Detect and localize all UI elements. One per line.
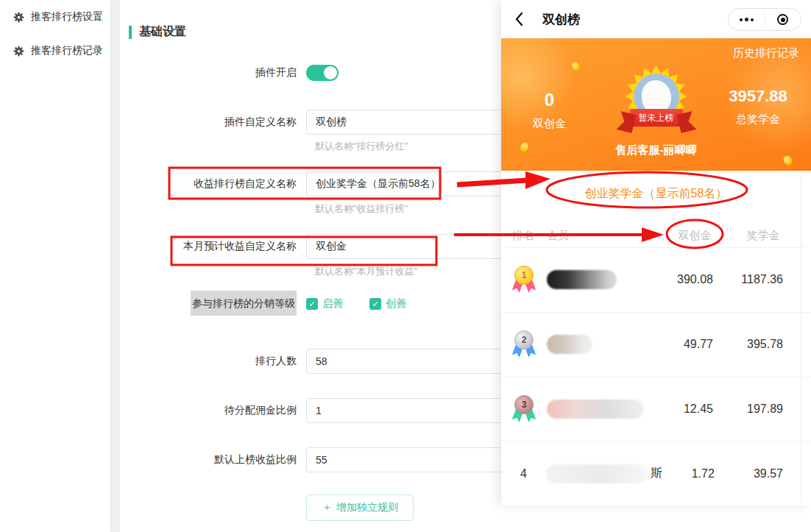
- rank-list-title: 创业奖学金（显示前58名）: [501, 186, 811, 202]
- table-row: 4 斯 1.72 39.57: [501, 441, 811, 506]
- wechat-capsule: [728, 8, 801, 31]
- level-checkbox-label: 创善: [386, 297, 406, 311]
- month-income-name-label: 本月预计收益自定义名称: [120, 240, 297, 253]
- plugin-name-label: 插件自定义名称: [120, 116, 297, 129]
- plus-icon: ＋: [322, 501, 332, 514]
- redacted-member-name: [547, 335, 592, 354]
- section-accent-bar: [129, 26, 132, 39]
- table-row: 2 49.77 395.78: [501, 313, 811, 377]
- award-value: 395.78: [713, 338, 783, 351]
- award-value: 1187.36: [713, 273, 783, 286]
- add-rule-button[interactable]: ＋ 增加独立规则: [306, 494, 414, 521]
- levels-row: 参与排行榜的分销等级 启善 创善: [120, 297, 433, 311]
- rank-count-label: 排行人数: [120, 355, 297, 368]
- sidebar-item-ranking-settings[interactable]: 推客排行榜设置: [0, 0, 110, 34]
- table-header: 排名 会员 双创金 奖学金: [501, 227, 811, 246]
- my-score-stat: 0 双创金: [514, 90, 584, 131]
- level-checkbox-label: 启善: [322, 297, 343, 311]
- default-ratio-label: 默认上榜收益比例: [120, 453, 297, 467]
- scrollbar-track[interactable]: [801, 175, 801, 503]
- dot-icon: [740, 18, 743, 21]
- history-record-link[interactable]: 历史排行记录: [733, 46, 799, 60]
- plugin-toggle-row: 插件开启: [120, 65, 339, 81]
- month-income-name-hint: 默认名称"本月预计收益": [315, 265, 417, 278]
- score-value: 390.08: [660, 273, 713, 286]
- rank-number: 4: [507, 467, 540, 480]
- coin-icon: [569, 59, 582, 74]
- section-title: 基础设置: [129, 24, 186, 40]
- sidebar-item-ranking-records[interactable]: 推客排行榜记录: [0, 34, 110, 68]
- nav-bar: 双创榜: [501, 0, 811, 38]
- award-value: 197.89: [713, 402, 783, 416]
- dot-icon: [751, 18, 754, 21]
- income-rank-name-label: 收益排行榜自定义名称: [120, 177, 297, 191]
- miniprogram-preview: 双创榜 历史排行记录 0 双创金 暂未上榜 售后客服-丽唧唧 3957.88 总…: [501, 0, 811, 506]
- total-award-stat: 3957.88 总奖学金: [715, 87, 801, 127]
- total-award-value: 3957.88: [715, 87, 801, 106]
- score-value: 12.45: [660, 402, 713, 416]
- redacted-member-name: [547, 400, 644, 419]
- my-score-value: 0: [514, 90, 584, 110]
- total-award-label: 总奖学金: [715, 113, 801, 127]
- username: 售后客服-丽唧唧: [501, 143, 811, 157]
- redacted-member-name: [547, 270, 617, 289]
- close-target-button[interactable]: [765, 14, 801, 25]
- header-award: 奖学金: [741, 229, 785, 243]
- plugin-name-hint: 默认名称"排行榜分红": [315, 140, 408, 153]
- levels-label: 参与排行榜的分销等级: [191, 291, 297, 316]
- dot-icon: [745, 18, 748, 21]
- redacted-member-name: [546, 464, 649, 483]
- income-rank-name-hint: 默认名称"收益排行榜": [315, 202, 408, 216]
- level-checkbox-qishan[interactable]: 启善: [306, 297, 343, 311]
- plugin-toggle-label: 插件开启: [120, 66, 297, 79]
- plugin-enable-toggle[interactable]: [306, 65, 339, 81]
- sidebar-item-label: 推客排行榜设置: [31, 10, 103, 24]
- rank-list: 1 390.08 1187.36 2 49.77 395.78 3: [501, 248, 811, 506]
- score-value: 49.77: [660, 338, 713, 351]
- level-checkbox-chuangshan[interactable]: 创善: [369, 297, 406, 311]
- page-title: 双创榜: [542, 11, 580, 28]
- gold-medal-icon: 1: [513, 265, 535, 294]
- header-score: 双创金: [673, 229, 717, 243]
- award-value: 39.57: [715, 467, 783, 480]
- ranking-banner: 历史排行记录 0 双创金 暂未上榜 售后客服-丽唧唧 3957.88 总奖学金: [501, 38, 811, 171]
- back-icon[interactable]: [514, 12, 523, 26]
- gear-icon: [13, 12, 24, 23]
- header-rank: 排名: [512, 229, 534, 243]
- commission-ratio-label: 待分配佣金比例: [120, 404, 297, 417]
- checkbox-checked-icon: [306, 298, 318, 310]
- gear-icon: [13, 46, 24, 57]
- bronze-medal-icon: 3: [513, 394, 535, 424]
- header-member: 会员: [547, 229, 569, 243]
- add-rule-label: 增加独立规则: [336, 501, 398, 514]
- more-menu-button[interactable]: [729, 18, 765, 21]
- target-icon: [777, 14, 788, 25]
- table-row: 3 12.45 197.89: [501, 377, 811, 442]
- sidebar-item-label: 推客排行榜记录: [31, 44, 103, 57]
- checkbox-checked-icon: [369, 298, 381, 310]
- member-name-suffix: 斯: [651, 466, 662, 481]
- not-ranked-badge: 暂未上榜: [630, 109, 683, 127]
- silver-medal-icon: 2: [513, 330, 535, 359]
- admin-sidebar: 推客排行榜设置 推客排行榜记录: [0, 0, 110, 532]
- table-row: 1 390.08 1187.36: [501, 248, 811, 313]
- toggle-knob: [324, 66, 337, 79]
- my-score-label: 双创金: [514, 117, 584, 131]
- score-value: 1.72: [662, 467, 715, 480]
